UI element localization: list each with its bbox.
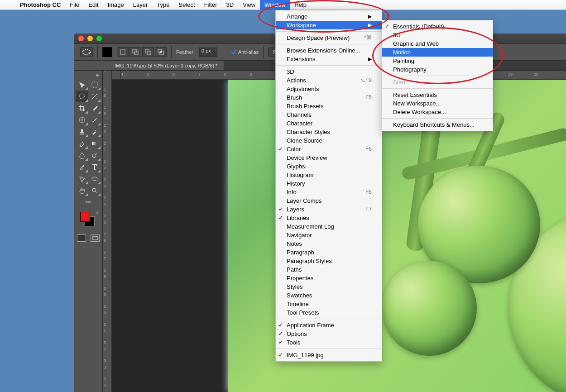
tool-hand-icon[interactable] xyxy=(76,185,88,196)
menu-item-options[interactable]: ✓Options xyxy=(276,330,382,338)
menu-item-brush[interactable]: BrushF5 xyxy=(276,93,382,102)
menu-item-browse-extensions-online-[interactable]: Browse Extensions Online... xyxy=(276,46,382,55)
menu-item-measurement-log[interactable]: Measurement Log xyxy=(276,222,382,231)
menu-item-character[interactable]: Character xyxy=(276,119,382,128)
menu-item-device-preview[interactable]: Device Preview xyxy=(276,153,382,162)
color-swatches[interactable]: ⤭ xyxy=(80,212,96,228)
menubar-item-file[interactable]: File xyxy=(65,0,84,10)
menu-item-paragraph-styles[interactable]: Paragraph Styles xyxy=(276,257,382,265)
menubar-item-3d[interactable]: 3D xyxy=(222,0,239,10)
menu-item-channels[interactable]: Channels xyxy=(276,110,382,119)
document-tab[interactable]: IMG_1199.jpg @ 50% (Layer 0 copy, RGB/8)… xyxy=(108,61,224,70)
tool-marquee-icon[interactable] xyxy=(88,79,101,91)
tool-healing-icon[interactable] xyxy=(76,114,88,126)
tool-eraser-icon[interactable] xyxy=(76,138,88,149)
panel-collapse-icon[interactable]: ▸▸ xyxy=(76,72,101,79)
selection-fill-swatch[interactable] xyxy=(102,47,112,57)
swap-colors-icon[interactable]: ⤭ xyxy=(96,210,99,215)
menu-item-swatches[interactable]: Swatches xyxy=(276,291,382,300)
menu-item-libraries[interactable]: ✓Libraries xyxy=(276,214,382,222)
menubar-item-image[interactable]: Image xyxy=(103,0,129,10)
feather-input[interactable]: 0 px xyxy=(199,48,217,57)
menu-item-3d[interactable]: 3D xyxy=(276,67,382,76)
screenmode-icon[interactable] xyxy=(91,234,100,242)
menu-item-adjustments[interactable]: Adjustments xyxy=(276,85,382,93)
menubar-item-window[interactable]: Window xyxy=(260,0,290,10)
tool-wand-icon[interactable] xyxy=(88,91,101,102)
menu-item-clone-source[interactable]: Clone Source xyxy=(276,136,382,145)
menubar-item-select[interactable]: Select xyxy=(174,0,199,10)
menu-item-character-styles[interactable]: Character Styles xyxy=(276,128,382,136)
menu-item-new-workspace-[interactable]: New Workspace... xyxy=(382,99,493,108)
menu-item-timeline[interactable]: Timeline xyxy=(276,300,382,308)
tool-preset-dropdown[interactable] xyxy=(80,47,93,57)
menu-item-notes[interactable]: Notes xyxy=(276,239,382,248)
menubar-item-view[interactable]: View xyxy=(238,0,260,10)
tool-eyedropper-icon[interactable] xyxy=(88,102,101,114)
menu-item-history[interactable]: History xyxy=(276,179,382,188)
tool-lasso-icon[interactable] xyxy=(76,91,88,102)
tool-crop-icon[interactable] xyxy=(76,102,88,114)
menu-item-motion[interactable]: Motion xyxy=(382,48,493,57)
menu-item-brush-presets[interactable]: Brush Presets xyxy=(276,102,382,110)
menu-item-info[interactable]: InfoF8 xyxy=(276,188,382,196)
tool-stamp-icon[interactable] xyxy=(76,126,88,138)
app-name[interactable]: Photoshop CC xyxy=(15,1,65,8)
menu-item-navigator[interactable]: Navigator xyxy=(276,231,382,239)
menu-item-color[interactable]: ✓ColorF6 xyxy=(276,145,382,153)
sel-add-icon[interactable] xyxy=(130,47,141,57)
menubar-item-type[interactable]: Type xyxy=(152,0,174,10)
menu-item-delete-workspace-[interactable]: Delete Workspace... xyxy=(382,108,493,116)
menu-item-histogram[interactable]: Histogram xyxy=(276,171,382,179)
tool-zoom-icon[interactable] xyxy=(88,185,101,196)
menubar-item-edit[interactable]: Edit xyxy=(84,0,103,10)
menu-item-tool-presets[interactable]: Tool Presets xyxy=(276,308,382,317)
tool-brush-icon[interactable] xyxy=(88,114,101,126)
menu-item-painting[interactable]: Painting xyxy=(382,57,493,65)
tool-move-icon[interactable] xyxy=(76,79,88,91)
tool-path-select-icon[interactable] xyxy=(76,173,88,185)
foreground-color-swatch[interactable] xyxy=(80,212,90,222)
menu-item-photography[interactable]: Photography xyxy=(382,65,493,74)
sel-subtract-icon[interactable] xyxy=(142,47,154,57)
tool-history-brush-icon[interactable] xyxy=(88,126,101,138)
sel-new-icon[interactable] xyxy=(117,47,129,57)
menu-item-application-frame[interactable]: ✓Application Frame xyxy=(276,321,382,330)
tool-dodge-icon[interactable] xyxy=(88,149,101,161)
menu-item-reset-essentials[interactable]: Reset Essentials xyxy=(382,91,493,99)
tool-pen-icon[interactable] xyxy=(76,161,88,173)
menu-item-paths[interactable]: Paths xyxy=(276,265,382,274)
menu-item-keyboard-shortcuts-menus-[interactable]: Keyboard Shortcuts & Menus... xyxy=(382,120,493,129)
menu-item-img-1199-jpg[interactable]: ✓IMG_1199.jpg xyxy=(276,351,382,359)
traffic-zoom-icon[interactable] xyxy=(96,36,102,41)
menu-item-actions[interactable]: Actions⌥F9 xyxy=(276,76,382,85)
ruler-vertical[interactable]: 71819202122232425262728293031323334 xyxy=(103,71,112,392)
menu-item-essentials-default-[interactable]: ✓Essentials (Default) xyxy=(382,22,493,31)
menu-item-layer-comps[interactable]: Layer Comps xyxy=(276,196,382,205)
menubar-item-help[interactable]: Help xyxy=(290,0,311,10)
antialias-checkbox[interactable]: Anti-alias xyxy=(231,49,259,55)
menu-item-design-space-preview-[interactable]: Design Space (Preview)^⌘ xyxy=(276,33,382,42)
menu-item-properties[interactable]: Properties xyxy=(276,274,382,282)
tool-gradient-icon[interactable] xyxy=(88,138,101,149)
tool-type-icon[interactable] xyxy=(88,161,101,173)
traffic-minimize-icon[interactable] xyxy=(87,36,93,41)
quickmask-icon[interactable] xyxy=(77,234,86,242)
menubar-item-filter[interactable]: Filter xyxy=(200,0,222,10)
menu-item-glyphs[interactable]: Glyphs xyxy=(276,162,382,171)
menu-item-arrange[interactable]: Arrange▶ xyxy=(276,12,382,21)
menubar-item-layer[interactable]: Layer xyxy=(129,0,153,10)
menu-item-graphic-and-web[interactable]: Graphic and Web xyxy=(382,39,493,48)
menu-item-layers[interactable]: ✓LayersF7 xyxy=(276,205,382,214)
menu-item-tools[interactable]: ✓Tools xyxy=(276,338,382,347)
menu-item-3d[interactable]: 3D xyxy=(382,31,493,39)
menu-item-workspace[interactable]: Workspace▶ xyxy=(276,21,382,29)
traffic-close-icon[interactable] xyxy=(78,36,84,41)
menu-item-styles[interactable]: Styles xyxy=(276,282,382,291)
edit-toolbar-button[interactable]: ••• xyxy=(76,199,101,206)
menu-item-paragraph[interactable]: Paragraph xyxy=(276,248,382,257)
menu-item-extensions[interactable]: Extensions▶ xyxy=(276,55,382,63)
tool-shape-icon[interactable] xyxy=(88,173,101,185)
tool-blur-icon[interactable] xyxy=(76,149,88,161)
sel-intersect-icon[interactable] xyxy=(155,47,167,57)
